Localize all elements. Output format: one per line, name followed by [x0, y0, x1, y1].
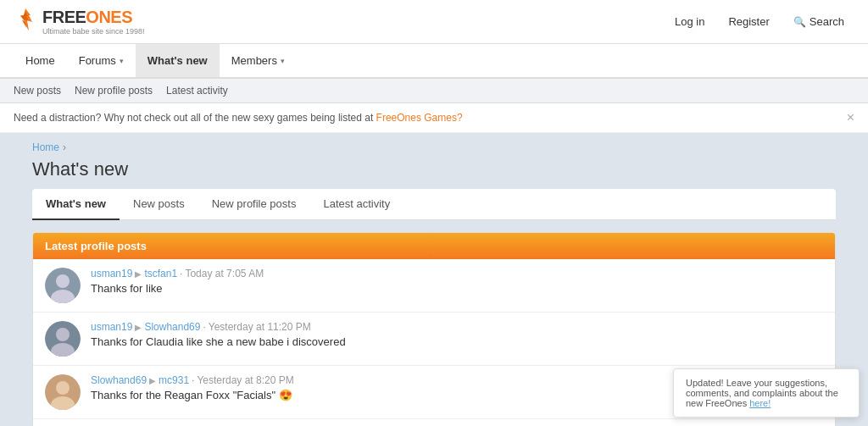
post-from-user[interactable]: usman19	[91, 321, 132, 333]
banner-close-icon[interactable]: ×	[847, 110, 854, 125]
list-item: usman19 ▶ tscfan1 · Today at 7:05 AM Tha…	[33, 259, 835, 313]
post-to-user[interactable]: Slowhand69	[144, 321, 200, 333]
members-arrow-icon: ▾	[281, 57, 285, 65]
notification-link[interactable]: here!	[749, 398, 771, 408]
post-from-user[interactable]: Slowhand69	[91, 374, 147, 386]
post-meta: usman19 ▶ tscfan1 · Today at 7:05 AM	[91, 268, 823, 279]
post-content: usman19 ▶ Slowhand69 · Yesterday at 11:2…	[91, 321, 823, 348]
avatar	[45, 268, 81, 303]
register-button[interactable]: Register	[718, 10, 779, 33]
banner-link[interactable]: FreeOnes Games?	[376, 112, 463, 124]
section-header-latest-profile: Latest profile posts	[33, 233, 835, 259]
content-tabs: What's new New posts New profile posts L…	[32, 189, 836, 220]
logo-tagline: Ultimate babe site since 1998!	[42, 27, 145, 36]
svg-point-6	[56, 328, 70, 341]
sub-nav: New posts New profile posts Latest activ…	[0, 79, 868, 103]
tab-whats-new[interactable]: What's new	[32, 189, 120, 220]
post-to-user[interactable]: mc931	[159, 374, 189, 386]
list-item: Slowhand69 ▶ Andy73 · Yesterday at 8:18 …	[33, 419, 835, 426]
logo-text: FREEONES	[42, 8, 132, 26]
sub-nav-new-posts[interactable]: New posts	[14, 82, 61, 99]
notification-box: Updated! Leave your suggestions, comment…	[673, 368, 860, 418]
breadcrumb-separator: ›	[63, 141, 66, 153]
svg-point-3	[56, 274, 70, 288]
nav-home[interactable]: Home	[14, 44, 67, 77]
nav-left: Home Forums ▾ What's new Members ▾	[14, 44, 297, 77]
breadcrumb-home[interactable]: Home	[32, 141, 59, 153]
sub-nav-new-profile-posts[interactable]: New profile posts	[75, 82, 153, 99]
banner-text: Need a distraction? Why not check out al…	[14, 112, 463, 124]
logo-area: FREEONES Ultimate babe site since 1998!	[14, 7, 145, 36]
tab-new-profile-posts[interactable]: New profile posts	[198, 189, 310, 220]
nav-right-buttons: Log in Register 🔍 Search	[665, 10, 854, 33]
breadcrumb: Home ›	[32, 141, 836, 153]
page-title: What's new	[32, 158, 836, 180]
post-from-user[interactable]: usman19	[91, 268, 132, 279]
post-content: usman19 ▶ tscfan1 · Today at 7:05 AM Tha…	[91, 268, 823, 295]
tab-latest-activity[interactable]: Latest activity	[309, 189, 403, 220]
post-time: ·	[192, 374, 194, 386]
nav-whats-new[interactable]: What's new	[136, 44, 220, 77]
site-header: FREEONES Ultimate babe site since 1998! …	[0, 0, 868, 44]
sub-nav-latest-activity[interactable]: Latest activity	[166, 82, 228, 99]
login-button[interactable]: Log in	[665, 10, 715, 33]
forums-arrow-icon: ▾	[120, 57, 124, 65]
avatar	[45, 374, 81, 410]
main-nav: Home Forums ▾ What's new Members ▾	[0, 44, 868, 79]
post-timestamp: Today at 7:05 AM	[185, 268, 264, 279]
search-icon: 🔍	[793, 16, 806, 28]
nav-members[interactable]: Members ▾	[220, 44, 297, 77]
avatar	[45, 321, 81, 357]
post-text: Thanks for Claudia like she a new babe i…	[91, 335, 823, 348]
post-timestamp: Yesterday at 11:20 PM	[209, 321, 311, 333]
arrow-icon: ▶	[135, 269, 142, 279]
svg-point-9	[56, 381, 70, 395]
post-meta: usman19 ▶ Slowhand69 · Yesterday at 11:2…	[91, 321, 823, 333]
arrow-icon: ▶	[149, 376, 156, 385]
tab-new-posts[interactable]: New posts	[120, 189, 198, 220]
promo-banner: Need a distraction? Why not check out al…	[0, 103, 868, 133]
arrow-icon: ▶	[135, 323, 142, 332]
logo-icon	[14, 7, 37, 36]
nav-forums[interactable]: Forums ▾	[67, 44, 136, 77]
list-item: usman19 ▶ Slowhand69 · Yesterday at 11:2…	[33, 313, 835, 366]
search-button[interactable]: 🔍 Search	[783, 10, 854, 33]
post-time: ·	[203, 321, 205, 333]
post-time: ·	[180, 268, 182, 279]
post-timestamp: Yesterday at 8:20 PM	[197, 374, 293, 386]
post-to-user[interactable]: tscfan1	[144, 268, 177, 279]
post-text: Thanks for like	[91, 282, 823, 295]
